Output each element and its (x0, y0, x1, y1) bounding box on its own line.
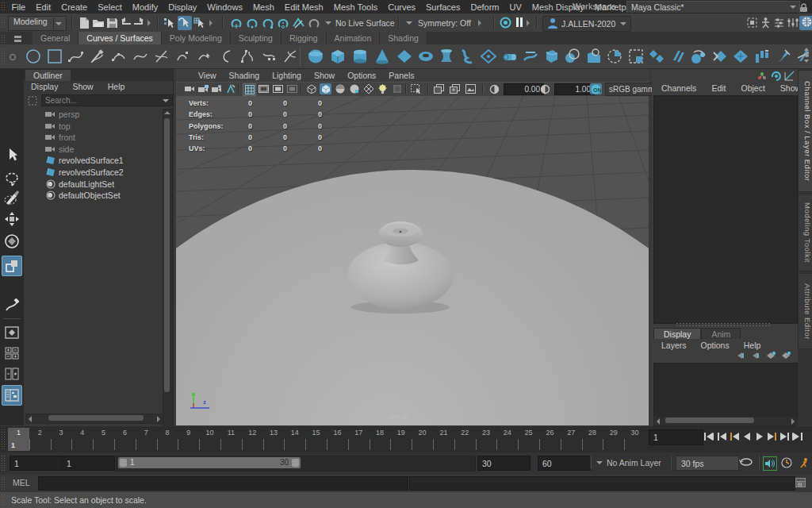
frame-9[interactable]: 9 (178, 429, 199, 437)
untrim-icon[interactable] (626, 47, 645, 66)
nurbs-cylinder-icon[interactable] (350, 47, 370, 66)
pause-icon[interactable] (515, 17, 523, 31)
frame-5[interactable]: 5 (93, 429, 114, 437)
snap-to-curve-icon[interactable] (246, 17, 259, 33)
camera-attributes-icon[interactable] (211, 83, 223, 94)
redo-icon[interactable] (132, 17, 145, 31)
frame-2[interactable]: 2 (29, 429, 51, 437)
extend-curve-icon[interactable] (238, 47, 257, 66)
outliner-vscrollbar[interactable] (163, 109, 171, 475)
nurbs-sphere-icon[interactable] (306, 47, 325, 66)
shelf-tab-curves-surfaces[interactable]: Curves / Surfaces (79, 32, 161, 44)
frame-16[interactable]: 16 (327, 429, 348, 437)
surface-booleans-icon[interactable] (795, 47, 812, 66)
play-forwards-button[interactable] (753, 429, 765, 444)
frame-13[interactable]: 13 (263, 429, 285, 437)
outliner-menu-show[interactable]: Show (65, 81, 100, 93)
sculpt-surface-icon[interactable] (773, 47, 792, 66)
select-component-icon[interactable] (193, 17, 206, 33)
camera-lock-icon[interactable] (197, 83, 209, 94)
step-forward-key-button[interactable] (766, 429, 778, 444)
shadows-icon[interactable] (391, 83, 403, 94)
curve-edit-tool-icon[interactable] (109, 47, 128, 66)
move-layer-down-icon[interactable] (750, 351, 761, 360)
shelf-tab-animation[interactable]: Animation (327, 32, 381, 44)
playback-end-field[interactable]: 30 (477, 456, 530, 471)
exposure-icon[interactable] (488, 83, 500, 94)
viewport-menu-show[interactable]: Show (308, 71, 341, 80)
channel-box-menu-edit[interactable]: Edit (710, 83, 733, 94)
menu-surfaces[interactable]: Surfaces (421, 2, 465, 12)
nurbs-cube-icon[interactable] (328, 47, 347, 66)
anim-layer-label[interactable]: No Anim Layer (607, 458, 661, 468)
shelf-handle-icon[interactable] (10, 54, 16, 60)
menu-edit[interactable]: Edit (31, 2, 56, 12)
frame-25[interactable]: 25 (518, 429, 539, 437)
layer-tab-anim[interactable]: Anim (701, 328, 741, 339)
menu-curves[interactable]: Curves (383, 2, 421, 12)
channel-box-menu-object[interactable]: Object (739, 83, 772, 94)
three-point-arc-icon[interactable] (152, 47, 171, 66)
character-icon[interactable] (760, 17, 772, 32)
extrude-icon[interactable] (500, 47, 519, 66)
contrast-icon[interactable] (539, 83, 551, 94)
side-tab-channel-box-layer-editor[interactable]: Channel Box / Layer Editor (798, 70, 812, 192)
playback-start-field[interactable]: 1 (62, 456, 115, 471)
camera-select-icon[interactable] (184, 83, 196, 94)
extend-surfaces-icon[interactable] (731, 47, 750, 66)
anim-start-field[interactable]: 1 (10, 456, 63, 471)
viewport-gradient-icon[interactable] (799, 16, 812, 30)
timeline-track[interactable]: 1234567891011121314151617181920212223242… (8, 428, 645, 451)
current-frame-field[interactable]: 1 (649, 429, 703, 445)
user-account-chip[interactable]: J.ALLEN-2020 (542, 16, 631, 32)
menu-uv[interactable]: UV (504, 2, 527, 12)
frame-11[interactable]: 11 (220, 429, 242, 437)
frame-3[interactable]: 3 (51, 429, 72, 437)
filter-icon[interactable] (28, 96, 37, 106)
save-scene-icon[interactable] (106, 17, 118, 33)
shelf-tab-general[interactable]: General (33, 32, 79, 44)
range-handle-right[interactable] (292, 459, 299, 467)
channel-box-area[interactable] (653, 95, 798, 324)
gate-mask-icon[interactable] (286, 83, 298, 94)
frame-29[interactable]: 29 (603, 429, 624, 437)
wireframe-mode-icon[interactable] (305, 83, 317, 94)
loop-icon[interactable] (739, 457, 753, 467)
shelf-tab-sculpting[interactable]: Sculpting (231, 32, 282, 44)
outliner-menu-help[interactable]: Help (101, 81, 132, 93)
rotate-view-icon[interactable] (771, 71, 781, 81)
shelf-tab-poly-modeling[interactable]: Poly Modeling (162, 32, 231, 44)
select-object-icon[interactable] (178, 16, 192, 30)
outliner-menu-display[interactable]: Display (24, 81, 65, 93)
highlight-selection-icon[interactable] (746, 17, 758, 32)
side-tab-attribute-editor[interactable]: Attribute Editor (798, 273, 812, 349)
outliner-tab[interactable]: Outliner (25, 70, 71, 81)
detach-curves-icon[interactable] (195, 47, 214, 66)
circular-fillet-icon[interactable] (563, 47, 582, 66)
sliders-icon[interactable] (787, 17, 799, 32)
offset-surfaces-icon[interactable] (753, 47, 772, 66)
frame-17[interactable]: 17 (348, 429, 370, 437)
new-scene-icon[interactable] (79, 17, 90, 33)
viewport-menu-shading[interactable]: Shading (223, 71, 266, 80)
frame-14[interactable]: 14 (284, 429, 305, 437)
frame-28[interactable]: 28 (582, 429, 603, 437)
shelf-tab-shading[interactable]: Shading (380, 32, 427, 44)
make-live-icon[interactable] (308, 17, 321, 33)
range-slider-track[interactable]: 1 30 (116, 456, 476, 471)
layer-menu-layers[interactable]: Layers (660, 340, 693, 351)
outliner-item-side[interactable]: side (24, 144, 160, 155)
rotate-tool-button[interactable] (2, 232, 21, 251)
undo-icon[interactable] (120, 17, 132, 31)
frame-12[interactable]: 12 (242, 429, 263, 437)
nurbs-torus-icon[interactable] (416, 47, 435, 66)
film-gate-icon[interactable] (258, 83, 270, 94)
frame-23[interactable]: 23 (476, 429, 497, 437)
frame-26[interactable]: 26 (539, 429, 561, 437)
frame-30[interactable]: 30 (624, 429, 645, 437)
search-input[interactable]: Search... (41, 94, 173, 106)
lasso-tool-button[interactable] (2, 169, 21, 188)
nurbs-square-icon[interactable] (45, 47, 64, 66)
menu-create[interactable]: Create (56, 2, 93, 12)
viewport-scene[interactable]: z persp Verts:000Edges:000Polygons:000Tr… (176, 96, 649, 425)
